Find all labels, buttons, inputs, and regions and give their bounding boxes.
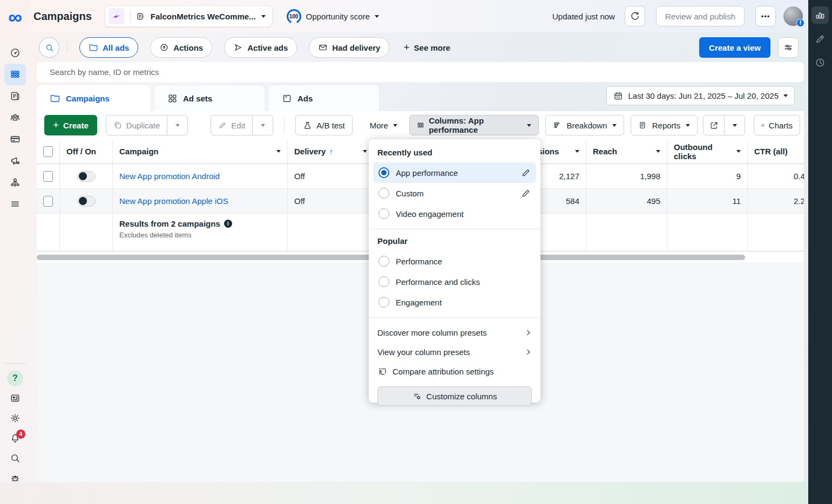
- view-your-presets-link[interactable]: View your column presets: [369, 342, 540, 362]
- search-icon[interactable]: [4, 448, 26, 468]
- ab-test-button[interactable]: A/B test: [295, 115, 353, 135]
- chevron-down-icon: [393, 124, 397, 127]
- overview-gauge-icon[interactable]: [4, 42, 26, 64]
- column-reach[interactable]: Reach: [586, 139, 667, 164]
- help-icon[interactable]: [4, 368, 26, 388]
- opportunity-score[interactable]: 100 Opportunity score: [287, 9, 379, 24]
- all-tools-menu-icon[interactable]: [4, 193, 26, 215]
- info-icon[interactable]: [224, 220, 232, 228]
- review-and-publish-button[interactable]: Review and publish: [656, 6, 745, 26]
- customize-columns-button[interactable]: Customize columns: [377, 386, 532, 406]
- edit-dropdown-button[interactable]: [253, 115, 273, 135]
- flask-icon: [303, 121, 312, 130]
- row-checkbox[interactable]: [43, 171, 53, 182]
- updated-status-text: Updated just now: [552, 12, 615, 21]
- campaign-off-toggle[interactable]: [77, 196, 96, 207]
- edit-button[interactable]: Edit: [211, 115, 253, 135]
- duplicate-dropdown-button[interactable]: [167, 115, 188, 135]
- audiences-people-icon[interactable]: [4, 107, 26, 128]
- top-header-bar: Campaigns FalconMetrics WeComme... 100 O…: [30, 0, 808, 32]
- meta-logo-icon[interactable]: [8, 6, 22, 28]
- outbound-clicks-value: 9: [667, 164, 748, 188]
- radio-icon: [378, 297, 389, 308]
- ad-sets-grid-icon: [167, 93, 178, 104]
- pages-icon[interactable]: [4, 85, 26, 107]
- filter-pill-actions[interactable]: Actions: [150, 37, 212, 58]
- edit-pencil-icon[interactable]: [521, 188, 531, 198]
- breakdown-button[interactable]: Breakdown: [545, 115, 624, 135]
- select-all-checkbox[interactable]: [43, 146, 53, 157]
- opportunity-score-label: Opportunity score: [306, 12, 370, 21]
- tab-campaigns[interactable]: Campaigns: [37, 85, 150, 111]
- folder-icon: [89, 43, 98, 52]
- row-checkbox[interactable]: [43, 196, 53, 207]
- chevron-right-icon: [525, 329, 532, 336]
- business-portfolio-icon: [136, 12, 145, 21]
- filter-divider: [67, 42, 67, 53]
- preset-engagement[interactable]: Engagement: [373, 292, 536, 312]
- preset-app-performance[interactable]: App performance: [373, 162, 536, 183]
- edit-pencil-icon[interactable]: [521, 168, 531, 178]
- delivery-status: Off: [288, 164, 381, 188]
- delivery-status: Off: [288, 189, 381, 213]
- preset-performance-and-clicks[interactable]: Performance and clicks: [373, 271, 536, 292]
- export-button[interactable]: [703, 115, 725, 135]
- column-outbound-clicks[interactable]: Outbound clicks: [667, 139, 748, 164]
- level-tabs: Campaigns Ad sets Ads Last 30 days: Jun …: [37, 85, 804, 111]
- compare-attribution-settings[interactable]: Compare attribution settings: [369, 362, 540, 381]
- compare-attribution-icon: [377, 366, 387, 376]
- more-options-button[interactable]: [755, 6, 776, 26]
- filter-pill-all-ads[interactable]: All ads: [79, 37, 138, 58]
- duplicate-button[interactable]: Duplicate: [106, 115, 168, 135]
- bug-report-icon[interactable]: [4, 468, 26, 488]
- page-title: Campaigns: [33, 10, 92, 23]
- connections-icon[interactable]: [4, 172, 26, 193]
- preset-video-engagement[interactable]: Video engagement: [373, 203, 536, 224]
- outbound-clicks-value: 11: [667, 189, 748, 213]
- create-a-view-button[interactable]: Create a view: [699, 37, 770, 58]
- refresh-button[interactable]: [625, 6, 645, 26]
- edit-pencil-icon[interactable]: [811, 30, 829, 47]
- charts-button[interactable]: Charts: [754, 115, 800, 135]
- filter-search-button[interactable]: [39, 37, 59, 58]
- column-campaign[interactable]: Campaign: [113, 139, 288, 164]
- ctr-value: 2.2: [748, 189, 804, 213]
- see-more-filters-button[interactable]: See more: [403, 42, 450, 53]
- billing-card-icon[interactable]: [4, 128, 26, 150]
- columns-icon: [417, 121, 424, 130]
- insights-bars-icon[interactable]: [811, 6, 829, 24]
- campaign-name-link[interactable]: New App promotion Android: [119, 172, 220, 181]
- campaign-name-link[interactable]: New App promotion Apple iOS: [119, 196, 228, 206]
- filter-pill-active-ads[interactable]: Active ads: [224, 37, 297, 58]
- campaigns-table-icon[interactable]: [4, 64, 26, 85]
- chevron-down-icon: [527, 124, 531, 127]
- view-settings-sliders-icon[interactable]: [778, 37, 799, 58]
- date-range-label: Last 30 days: Jun 21, 2025 – Jul 20, 202…: [628, 91, 779, 100]
- settings-gear-icon[interactable]: [4, 408, 26, 428]
- tab-ads[interactable]: Ads: [269, 85, 379, 111]
- preset-custom[interactable]: Custom: [373, 183, 536, 203]
- preset-performance[interactable]: Performance: [373, 251, 536, 271]
- ads-megaphone-icon[interactable]: [4, 150, 26, 172]
- date-range-selector[interactable]: Last 30 days: Jun 21, 2025 – Jul 20, 202…: [606, 86, 795, 105]
- create-button[interactable]: Create: [44, 115, 97, 135]
- campaign-off-toggle[interactable]: [77, 171, 96, 182]
- column-ctr-all[interactable]: CTR (all): [748, 139, 804, 164]
- menu-section-header: Recently used: [369, 146, 540, 162]
- search-input[interactable]: [37, 62, 804, 82]
- discover-more-presets-link[interactable]: Discover more column presets: [369, 323, 540, 342]
- history-clock-icon[interactable]: [811, 54, 829, 71]
- reports-button[interactable]: Reports: [631, 115, 698, 135]
- notifications-bell-icon[interactable]: 4: [4, 428, 26, 448]
- plus-icon: [403, 42, 409, 53]
- updates-news-icon[interactable]: [4, 388, 26, 408]
- filter-pill-had-delivery[interactable]: Had delivery: [309, 37, 389, 58]
- tab-ad-sets[interactable]: Ad sets: [154, 85, 265, 111]
- more-menu-button[interactable]: More: [370, 121, 397, 130]
- user-avatar[interactable]: [783, 6, 803, 26]
- account-selector[interactable]: FalconMetrics WeComme...: [105, 5, 273, 27]
- column-delivery[interactable]: Delivery: [288, 139, 381, 164]
- table-toolbar: Create Duplicate Edit: [37, 111, 804, 139]
- export-dropdown-button[interactable]: [725, 115, 745, 135]
- columns-preset-button[interactable]: Columns: App performance: [409, 115, 539, 135]
